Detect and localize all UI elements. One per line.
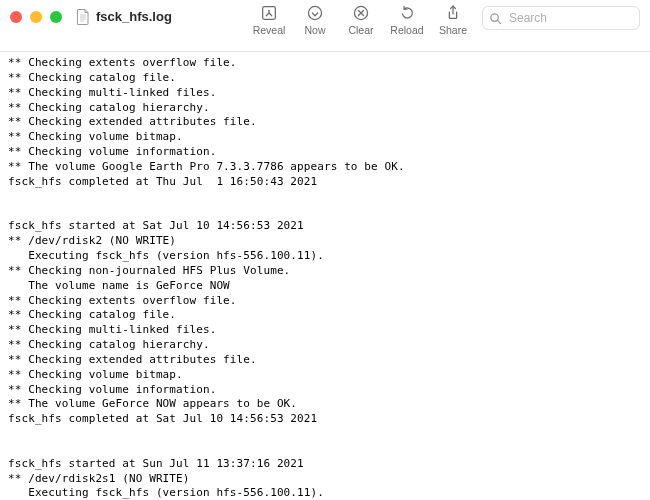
toolbar: Reveal Now — [246, 0, 640, 53]
app-window: fsck_hfs.log Reveal — [0, 0, 650, 500]
clear-button[interactable]: Clear — [338, 2, 384, 36]
share-icon — [442, 2, 464, 24]
clear-icon — [350, 2, 372, 24]
log-viewport[interactable]: ** Checking extents overflow file. ** Ch… — [0, 52, 650, 500]
now-button[interactable]: Now — [292, 2, 338, 36]
now-icon — [304, 2, 326, 24]
titlebar: fsck_hfs.log Reveal — [0, 0, 650, 52]
search-field[interactable] — [482, 6, 640, 30]
search-icon — [489, 12, 502, 25]
share-label: Share — [439, 25, 467, 36]
reload-button[interactable]: Reload — [384, 2, 430, 36]
reveal-button[interactable]: Reveal — [246, 2, 292, 36]
now-label: Now — [304, 25, 325, 36]
minimize-window-button[interactable] — [30, 11, 42, 23]
close-window-button[interactable] — [10, 11, 22, 23]
reveal-icon — [258, 2, 280, 24]
window-title-label: fsck_hfs.log — [96, 9, 172, 24]
svg-point-6 — [308, 6, 321, 19]
document-icon — [76, 9, 90, 25]
traffic-lights — [10, 11, 62, 23]
window-title: fsck_hfs.log — [76, 9, 172, 25]
clear-label: Clear — [348, 25, 373, 36]
log-content: ** Checking extents overflow file. ** Ch… — [8, 56, 642, 500]
reload-icon — [396, 2, 418, 24]
share-button[interactable]: Share — [430, 2, 476, 36]
search-input[interactable] — [507, 10, 633, 26]
reload-label: Reload — [390, 25, 423, 36]
svg-line-12 — [497, 20, 500, 23]
reveal-label: Reveal — [253, 25, 286, 36]
fullscreen-window-button[interactable] — [50, 11, 62, 23]
